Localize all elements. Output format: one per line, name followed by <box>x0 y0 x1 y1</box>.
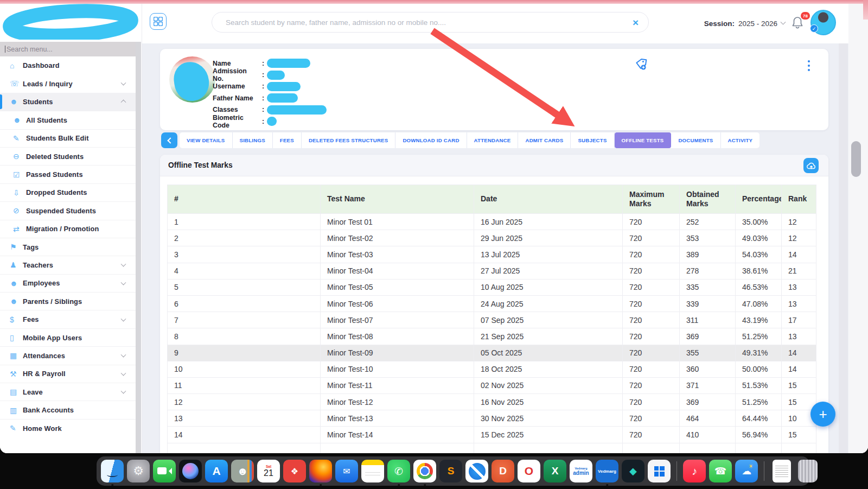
dock-item-windows[interactable] <box>648 460 671 482</box>
dock-item-app-store[interactable]: A <box>205 460 228 482</box>
tab-documents[interactable]: DOCUMENTS <box>671 132 720 148</box>
table-row[interactable]: 9Minor Test-0905 Oct 202572035549.31%14 <box>168 345 816 361</box>
dock-item-firefox[interactable] <box>309 460 332 482</box>
sidebar-search-input[interactable]: Search menu... <box>0 42 136 56</box>
dock-item-mail[interactable]: ✉ <box>335 460 358 482</box>
profile-more-menu[interactable] <box>806 59 812 72</box>
notifications-button[interactable]: 78 <box>791 16 805 31</box>
sidebar-item-leads-inquiry[interactable]: ☏Leads / Inquiry <box>0 74 136 92</box>
sidebar-item-hr-payroll[interactable]: ⚒HR & Payroll <box>0 365 136 383</box>
dock-item-vedmarg-admin[interactable]: Vedmargadmin <box>570 460 592 482</box>
table-row[interactable]: 12Minor Test-1216 Nov 202572036951.25%15 <box>168 393 816 410</box>
table-row[interactable]: 3Minor Test-0313 Jul 202572038954.03%14 <box>168 246 816 262</box>
tab-download-id-card[interactable]: DOWNLOAD ID CARD <box>395 132 467 148</box>
export-button[interactable] <box>803 158 819 173</box>
dock-item-excel[interactable]: X <box>544 460 566 482</box>
student-search-input[interactable]: Search student by name, father name, adm… <box>212 12 649 33</box>
suspended-students-icon: ⊘ <box>13 206 26 215</box>
tab-offline-tests[interactable]: OFFLINE TESTS <box>615 132 672 148</box>
dock-item-weather[interactable]: ☁☀ <box>735 460 758 482</box>
session-selector[interactable]: Session: 2025 - 2026 <box>704 4 785 43</box>
tab-subjects[interactable]: SUBJECTS <box>571 132 614 148</box>
table-row[interactable]: 14Minor Test-1415 Dec 202572041056.94%15 <box>168 426 816 442</box>
table-row[interactable]: 1Minor Test 0116 Jun 202572025235.00%12 <box>168 213 816 230</box>
dock-item-duckduckgo[interactable]: D <box>492 460 514 482</box>
sidebar-item-tags[interactable]: ⚑Tags <box>0 238 136 256</box>
table-cell: 720 <box>623 263 680 279</box>
profile-field-colon: : <box>259 60 267 67</box>
table-cell: Minor Test-05 <box>321 280 474 295</box>
add-button[interactable]: + <box>810 402 835 427</box>
content-scrollbar-track[interactable] <box>839 43 848 453</box>
dock-item-facetime[interactable] <box>153 460 176 482</box>
sidebar-item-dashboard[interactable]: ⌂Dashboard <box>0 56 136 74</box>
sidebar-item-leave[interactable]: ▤Leave <box>0 383 136 401</box>
dock-item-safari[interactable] <box>465 460 488 482</box>
calendar-day: 21 <box>264 469 273 478</box>
scrollbar-thumb[interactable] <box>851 141 861 177</box>
sidebar-item-employees[interactable]: ☻Employees <box>0 274 136 292</box>
table-cell: 12 <box>168 394 321 410</box>
tab-admit-cards[interactable]: ADMIT CARDS <box>518 132 571 148</box>
table-row[interactable]: 11Minor Test-1102 Nov 202572037151.53%15 <box>168 377 816 393</box>
sidebar-item-fees[interactable]: $Fees <box>0 310 136 328</box>
sidebar-item-label: Suspended Students <box>26 207 96 215</box>
column-header-date: Date <box>474 185 623 213</box>
dock-item-finder[interactable] <box>101 460 124 482</box>
user-avatar[interactable]: ✓ <box>810 10 836 35</box>
table-cell: 5 <box>168 280 321 295</box>
dock-item-whatsapp[interactable]: ✆ <box>387 460 410 482</box>
dock-item-chrome[interactable] <box>413 460 436 482</box>
dock-item-opera[interactable]: O <box>518 460 540 482</box>
dock-item-system-settings[interactable]: ⚙ <box>127 460 150 482</box>
table-row[interactable]: 6Minor Test-0624 Aug 202572033947.08%13 <box>168 295 816 312</box>
dock-item-trash[interactable] <box>796 460 819 482</box>
tab-activity[interactable]: ACTIVITY <box>721 132 760 148</box>
tab-attendance[interactable]: ATTENDANCE <box>467 132 519 148</box>
dock-item-music[interactable]: ♪ <box>683 460 706 482</box>
tab-fees[interactable]: FEES <box>273 132 302 148</box>
dock-item-red-diamond-app[interactable]: ❖ <box>283 460 306 482</box>
sidebar-item-home-work[interactable]: ✎Home Work <box>0 419 136 437</box>
table-cell: 13 Jul 2025 <box>474 246 623 262</box>
sidebar-item-migration-promotion[interactable]: ⇄Migration / Promotion <box>0 220 136 238</box>
sidebar-item-parents-siblings[interactable]: ☻Parents / Siblings <box>0 292 136 310</box>
add-tag-button[interactable] <box>634 58 648 72</box>
dock-item-contacts[interactable]: ☻ <box>231 460 254 482</box>
dock-item-sublime-text[interactable]: S <box>439 460 462 482</box>
dock-item-textedit[interactable] <box>770 460 793 482</box>
table-row[interactable]: 5Minor Test-0510 Aug 202572033546.53%13 <box>168 279 816 295</box>
dock-item-filmora[interactable]: ◆ <box>622 460 644 482</box>
panel-header: Offline Test Marks <box>160 155 828 176</box>
sidebar-item-mobile-app-users[interactable]: ▯Mobile App Users <box>0 328 136 346</box>
window-scrollbar[interactable] <box>848 4 868 453</box>
tab-view-details[interactable]: VIEW DETAILS <box>180 132 233 148</box>
table-row[interactable]: 4Minor Test-0427 Jul 202572027838.61%21 <box>168 263 816 279</box>
dock-item-notes[interactable] <box>361 460 384 482</box>
apps-grid-button[interactable] <box>150 13 167 30</box>
sidebar-item-teachers[interactable]: ♟Teachers <box>0 256 136 274</box>
table-row[interactable]: 13Minor Test-1330 Nov 202572046464.44%10 <box>168 410 816 426</box>
sidebar-scrollbar[interactable] <box>136 42 141 453</box>
tab-siblings[interactable]: SIBLINGS <box>233 132 273 148</box>
clear-search-icon[interactable]: × <box>633 17 639 28</box>
table-row[interactable]: 8Minor Test-0821 Sep 202572036951.25%13 <box>168 328 816 344</box>
back-button[interactable] <box>161 132 177 148</box>
sidebar-item-dropped-students[interactable]: ⇩Dropped Students <box>0 183 136 201</box>
dock-item-calendar[interactable]: Sat21 <box>257 460 280 482</box>
sidebar-item-all-students[interactable]: ☻All Students <box>0 111 136 129</box>
dock-item-phone[interactable]: ☎ <box>709 460 732 482</box>
sidebar-item-attendances[interactable]: ▦Attendances <box>0 346 136 364</box>
table-row[interactable]: 10Minor Test-1018 Oct 202572036050.00%14 <box>168 361 816 377</box>
sidebar-item-suspended-students[interactable]: ⊘Suspended Students <box>0 201 136 219</box>
dock-item-siri[interactable] <box>179 460 202 482</box>
sidebar-item-students-bulk-edit[interactable]: ✎Students Bulk Edit <box>0 129 136 147</box>
sidebar-item-passed-students[interactable]: ☑Passed Students <box>0 165 136 183</box>
tab-deleted-fees-structures[interactable]: DELETED FEES STRUCTURES <box>302 132 395 148</box>
sidebar-item-deleted-students[interactable]: ⊖Deleted Students <box>0 147 136 165</box>
table-row[interactable]: 2Minor Test-0229 Jun 202572035349.03%12 <box>168 230 816 246</box>
sidebar-item-bank-accounts[interactable]: ▥Bank Accounts <box>0 401 136 418</box>
table-row[interactable]: 7Minor Test-0707 Sep 202572031143.19%17 <box>168 312 816 328</box>
sidebar-item-students[interactable]: ☻Students <box>0 93 136 111</box>
dock-item-vedmarg[interactable]: Vedmarg <box>596 460 618 482</box>
